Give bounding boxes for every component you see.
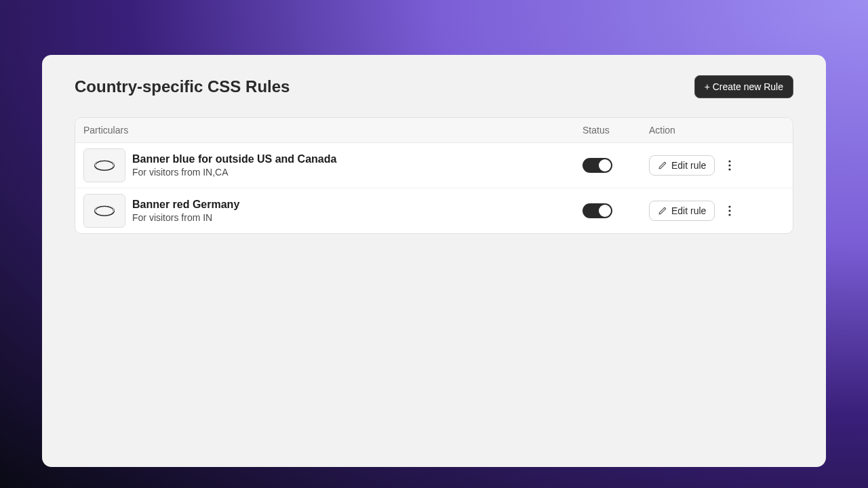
ring-icon xyxy=(92,157,117,174)
rule-title: Banner blue for outside US and Canada xyxy=(132,152,583,167)
svg-point-9 xyxy=(729,214,731,216)
edit-rule-label: Edit rule xyxy=(671,160,706,171)
table-row: Banner red Germany For visitors from IN … xyxy=(75,188,793,233)
table-row: Banner blue for outside US and Canada Fo… xyxy=(75,143,793,188)
svg-point-1 xyxy=(95,160,114,169)
svg-point-4 xyxy=(729,168,731,170)
pencil-icon xyxy=(658,206,667,216)
svg-point-5 xyxy=(95,206,114,216)
svg-point-3 xyxy=(729,164,731,166)
ring-icon xyxy=(92,203,117,219)
edit-rule-button[interactable]: Edit rule xyxy=(649,201,715,221)
toggle-knob xyxy=(599,159,611,171)
column-header-particulars: Particulars xyxy=(83,125,583,136)
rule-thumbnail xyxy=(83,194,125,228)
svg-point-7 xyxy=(729,205,731,207)
status-toggle[interactable] xyxy=(583,158,612,173)
rule-info: Banner red Germany For visitors from IN xyxy=(132,198,583,224)
app-window: Country-specific CSS Rules + Create new … xyxy=(42,55,826,467)
svg-point-6 xyxy=(95,205,114,215)
rule-title: Banner red Germany xyxy=(132,198,583,212)
rule-subtitle: For visitors from IN xyxy=(132,211,583,224)
status-toggle[interactable] xyxy=(583,203,612,218)
page-title: Country-specific CSS Rules xyxy=(75,77,290,96)
rule-thumbnail xyxy=(83,148,125,182)
svg-point-8 xyxy=(729,209,731,211)
rule-subtitle: For visitors from IN,CA xyxy=(132,166,583,178)
rules-table: Particulars Status Action Banner blue fo… xyxy=(75,117,793,234)
more-actions-button[interactable] xyxy=(722,157,738,174)
column-header-action: Action xyxy=(649,125,785,136)
more-vertical-icon xyxy=(728,205,731,216)
table-header: Particulars Status Action xyxy=(75,118,793,143)
pencil-icon xyxy=(658,161,667,170)
svg-point-2 xyxy=(729,160,731,162)
rule-info: Banner blue for outside US and Canada Fo… xyxy=(132,152,583,179)
column-header-status: Status xyxy=(583,125,649,136)
more-vertical-icon xyxy=(728,160,731,171)
edit-rule-label: Edit rule xyxy=(671,205,706,216)
create-rule-button[interactable]: + Create new Rule xyxy=(694,75,793,98)
svg-point-0 xyxy=(95,161,114,170)
page-header: Country-specific CSS Rules + Create new … xyxy=(75,75,793,98)
edit-rule-button[interactable]: Edit rule xyxy=(649,155,715,176)
toggle-knob xyxy=(599,205,611,217)
more-actions-button[interactable] xyxy=(722,203,738,219)
